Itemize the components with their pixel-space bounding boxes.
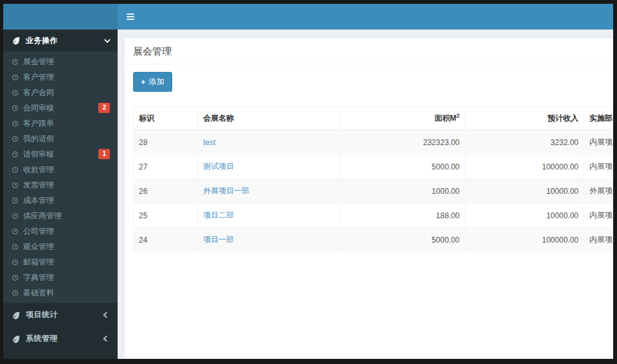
cell-id: 24	[134, 228, 198, 252]
menu-item-label: 公司管理	[23, 226, 54, 237]
sidebar-menu-item[interactable]: 基础资料	[3, 285, 118, 300]
leaf-icon	[12, 334, 21, 343]
sidebar-menu-item[interactable]: 我的请假	[3, 131, 118, 146]
sidebar-menu-item[interactable]: 发票管理	[3, 177, 118, 193]
notification-badge: 1	[98, 149, 110, 159]
cell-income: 100000.00	[465, 228, 584, 252]
sidebar-menu-item[interactable]: 成本管理	[3, 193, 118, 208]
menu-item-label: 合同审核	[23, 103, 54, 114]
plus-icon: +	[141, 78, 146, 86]
exhibition-name-link[interactable]: 项目一部	[203, 235, 234, 244]
cell-area: 5000.00	[341, 155, 465, 179]
dot-circle-icon	[12, 198, 18, 204]
menu-item-label: 客户跟单	[23, 118, 54, 129]
business-submenu: 展会管理 客户管理 客户合同	[3, 51, 118, 303]
cell-id: 26	[134, 179, 198, 204]
notification-badge: 2	[98, 103, 110, 113]
table-row: 25 项目二部 188.00 10000.00 内展项目	[134, 204, 614, 228]
menu-item-label: 客户管理	[23, 72, 54, 83]
cell-id: 27	[134, 155, 198, 179]
chevron-down-icon	[104, 37, 111, 43]
hamburger-icon[interactable]	[127, 10, 141, 24]
dot-circle-icon	[12, 167, 18, 173]
exhibition-name-link[interactable]: 项目二部	[203, 211, 234, 220]
sidebar-menu-item[interactable]: 供应商管理	[3, 208, 118, 223]
menu-item-label: 供应商管理	[23, 211, 62, 221]
sidebar-menu-item[interactable]: 请假审核 1	[3, 146, 118, 162]
column-label: 面积M	[434, 114, 456, 123]
table-row: 24 项目一部 5000.00 100000.00 内展项目	[134, 228, 614, 252]
box-header: 展会管理	[125, 39, 613, 64]
dot-circle-icon	[12, 105, 18, 111]
dot-circle-icon	[12, 275, 18, 281]
sidebar-section-business[interactable]: 业务操作	[3, 30, 118, 51]
exhibition-box: 展会管理 + 添加 标识	[125, 39, 613, 359]
sidebar-menu-item[interactable]: 字典管理	[3, 270, 118, 285]
sidebar-menu-item[interactable]: 客户管理	[3, 69, 118, 85]
cell-id: 28	[134, 130, 198, 155]
cell-area: 188.00	[341, 204, 465, 228]
cell-income: 10000.00	[465, 179, 584, 204]
cell-income: 100000.00	[465, 155, 584, 179]
exhibition-table: 标识 会展名称 面积M2	[133, 107, 613, 252]
sidebar-menu-item[interactable]: 客户合同	[3, 85, 118, 100]
cell-dept: 内展项目	[584, 155, 614, 179]
page-title: 展会管理	[133, 46, 605, 58]
add-button[interactable]: + 添加	[133, 72, 172, 92]
menu-item-label: 成本管理	[23, 195, 54, 206]
table-header-row: 标识 会展名称 面积M2	[134, 107, 614, 130]
sidebar-menu-item[interactable]: 邮箱管理	[3, 254, 118, 270]
exhibition-name-link[interactable]: test	[203, 138, 215, 147]
section-label: 项目统计	[26, 309, 104, 320]
dot-circle-icon	[12, 290, 18, 296]
chevron-left-icon	[103, 336, 110, 342]
cell-name: 项目二部	[198, 204, 341, 228]
menu-item-label: 字典管理	[23, 272, 54, 283]
cell-income: 3232.00	[465, 130, 584, 155]
dot-circle-icon	[12, 90, 18, 96]
exhibition-name-link[interactable]: 测试项目	[203, 162, 234, 171]
column-header[interactable]: 预计收入	[465, 107, 584, 130]
column-header[interactable]: 面积M2	[341, 107, 465, 130]
menu-item-label: 我的请假	[23, 134, 54, 144]
sidebar-menu-item[interactable]: 收款管理	[3, 162, 118, 177]
app-window: 业务操作 展会管理 客户管理	[3, 4, 613, 359]
navbar	[118, 4, 613, 30]
sidebar-menu-item[interactable]: 观众管理	[3, 239, 118, 254]
chevron-left-icon	[103, 312, 110, 318]
leaf-icon	[12, 311, 21, 320]
dot-circle-icon	[12, 229, 18, 234]
sidebar-menu-item[interactable]: 展会管理	[3, 54, 118, 69]
section-label: 业务操作	[26, 35, 104, 46]
dot-circle-icon	[12, 74, 18, 80]
logo-area[interactable]	[3, 4, 118, 30]
sidebar-menu-item[interactable]: 客户跟单	[3, 116, 118, 131]
cell-dept: 外展项目	[584, 179, 614, 204]
column-header[interactable]: 实施部门	[584, 107, 614, 130]
dot-circle-icon	[12, 121, 18, 126]
add-button-label: 添加	[149, 76, 165, 87]
sidebar-menu-item[interactable]: 公司管理	[3, 223, 118, 239]
sidebar: 业务操作 展会管理 客户管理	[3, 30, 118, 359]
menu-item-label: 请假审核	[23, 149, 54, 160]
cell-name: test	[198, 130, 341, 155]
column-header[interactable]: 会展名称	[198, 107, 341, 130]
column-label: 实施部门	[589, 114, 613, 123]
column-label: 标识	[139, 114, 154, 123]
section-label: 系统管理	[26, 333, 104, 344]
leaf-icon	[12, 36, 21, 45]
cell-id: 25	[134, 204, 198, 228]
dot-circle-icon	[12, 136, 18, 142]
menu-item-label: 邮箱管理	[23, 257, 54, 268]
cell-dept: 内展项目	[584, 130, 614, 155]
column-label: 预计收入	[548, 114, 578, 123]
exhibition-name-link[interactable]: 外展项目一部	[203, 186, 249, 195]
sidebar-section-system[interactable]: 系统管理	[3, 327, 118, 351]
menu-item-label: 发票管理	[23, 180, 54, 191]
column-header[interactable]: 标识	[134, 107, 198, 130]
content-area: 展会管理 + 添加 标识	[118, 30, 613, 359]
cell-dept: 内展项目	[584, 204, 614, 228]
sidebar-menu-item[interactable]: 合同审核 2	[3, 100, 118, 116]
sidebar-section-statistics[interactable]: 项目统计	[3, 303, 118, 327]
cell-area: 1000.00	[341, 179, 465, 204]
